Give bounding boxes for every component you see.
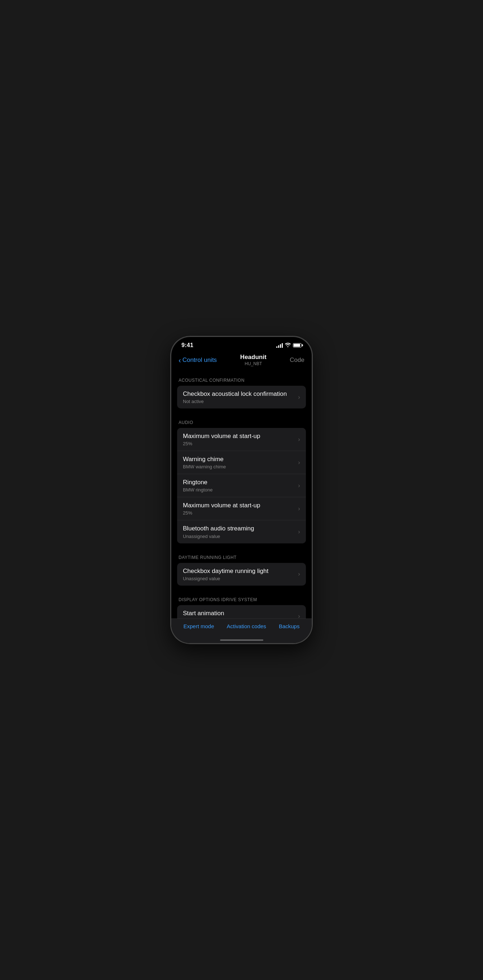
list-item-title: Checkbox acoustical lock confirmation <box>183 390 295 398</box>
chevron-icon: › <box>298 459 300 466</box>
nav-bar: ‹ Control units Headunit HU_NBT Code <box>172 351 311 371</box>
signal-bar-4 <box>282 343 283 348</box>
battery-fill <box>294 344 300 347</box>
nav-title-block: Headunit HU_NBT <box>240 353 267 366</box>
list-item-subtitle: Unassigned value <box>183 534 295 539</box>
list-item-daytime-running[interactable]: Checkbox daytime running light Unassigne… <box>177 563 306 585</box>
list-item-content: Warning chime BMW warning chime <box>183 455 295 469</box>
list-item-warning-chime[interactable]: Warning chime BMW warning chime › <box>177 451 306 474</box>
list-group-daytime: Checkbox daytime running light Unassigne… <box>177 563 306 585</box>
page-subtitle: HU_NBT <box>240 361 267 366</box>
status-time: 9:41 <box>181 342 193 348</box>
content-scroll[interactable]: ACOUSTICAL CONFIRMATION Checkbox acousti… <box>172 371 311 619</box>
list-item-title: Start animation <box>183 609 295 617</box>
list-item-content: Maximum volume at start-up 25% <box>183 432 295 446</box>
list-item-subtitle: 25% <box>183 441 295 446</box>
list-item-content: Checkbox daytime running light Unassigne… <box>183 567 295 581</box>
chevron-icon: › <box>298 612 300 619</box>
list-group-acoustical: Checkbox acoustical lock confirmation No… <box>177 386 306 409</box>
status-icons <box>276 343 302 348</box>
signal-bar-1 <box>276 347 277 348</box>
chevron-icon: › <box>298 482 300 489</box>
chevron-icon: › <box>298 436 300 443</box>
list-item-title: Checkbox daytime running light <box>183 567 295 575</box>
list-item-max-volume-2[interactable]: Maximum volume at start-up 25% › <box>177 497 306 520</box>
list-item-content: Bluetooth audio streaming Unassigned val… <box>183 525 295 539</box>
list-item-max-volume-1[interactable]: Maximum volume at start-up 25% › <box>177 428 306 451</box>
chevron-icon: › <box>298 528 300 536</box>
back-button[interactable]: ‹ Control units <box>178 356 217 364</box>
back-chevron-icon: ‹ <box>178 356 181 364</box>
chevron-icon: › <box>298 571 300 578</box>
list-item-subtitle: Unassigned value <box>183 576 295 581</box>
list-item-title: Maximum volume at start-up <box>183 432 295 440</box>
list-item-content: Start animation M variant 1 <box>183 609 295 619</box>
home-indicator <box>172 636 311 643</box>
signal-bar-2 <box>278 345 279 348</box>
list-item-title: Maximum volume at start-up <box>183 501 295 509</box>
list-group-audio: Maximum volume at start-up 25% › Warning… <box>177 428 306 543</box>
list-item-subtitle: 25% <box>183 510 295 515</box>
list-item-title: Warning chime <box>183 455 295 463</box>
list-item-subtitle: Not active <box>183 399 295 404</box>
chevron-icon: › <box>298 505 300 512</box>
back-label: Control units <box>183 356 217 364</box>
signal-bars-icon <box>276 343 283 348</box>
battery-icon <box>293 343 302 347</box>
bottom-tab-bar: Expert mode Activation codes Backups <box>172 619 311 636</box>
section-header-acoustical: ACOUSTICAL CONFIRMATION <box>172 371 311 386</box>
list-group-display: Start animation M variant 1 › <box>177 605 306 619</box>
phone-frame: 9:41 ‹ <box>171 336 312 644</box>
list-item-content: Checkbox acoustical lock confirmation No… <box>183 390 295 404</box>
list-item-subtitle: BMW ringtone <box>183 487 295 493</box>
list-item-ringtone[interactable]: Ringtone BMW ringtone › <box>177 474 306 497</box>
list-item-title: Bluetooth audio streaming <box>183 525 295 533</box>
list-item-checkbox-acoustical[interactable]: Checkbox acoustical lock confirmation No… <box>177 386 306 409</box>
tab-backups[interactable]: Backups <box>279 623 300 629</box>
section-header-daytime: DAYTIME RUNNING LIGHT <box>172 548 311 563</box>
phone-screen: 9:41 ‹ <box>172 337 311 643</box>
list-item-content: Maximum volume at start-up 25% <box>183 501 295 515</box>
page-title: Headunit <box>240 353 267 361</box>
code-button[interactable]: Code <box>290 356 305 364</box>
list-item-subtitle: BMW warning chime <box>183 464 295 469</box>
list-item-title: Ringtone <box>183 479 295 487</box>
tab-activation-codes[interactable]: Activation codes <box>227 623 266 629</box>
section-header-display: DISPLAY OPTIONS IDRIVE SYSTEM <box>172 590 311 605</box>
chevron-icon: › <box>298 394 300 401</box>
list-item-content: Ringtone BMW ringtone <box>183 479 295 493</box>
signal-bar-3 <box>280 344 281 348</box>
dynamic-island <box>220 341 263 353</box>
wifi-icon <box>285 343 291 348</box>
home-bar <box>220 640 263 641</box>
tab-expert-mode[interactable]: Expert mode <box>184 623 214 629</box>
list-item-bluetooth-audio[interactable]: Bluetooth audio streaming Unassigned val… <box>177 520 306 543</box>
list-item-start-animation[interactable]: Start animation M variant 1 › <box>177 605 306 619</box>
section-header-audio: AUDIO <box>172 413 311 428</box>
